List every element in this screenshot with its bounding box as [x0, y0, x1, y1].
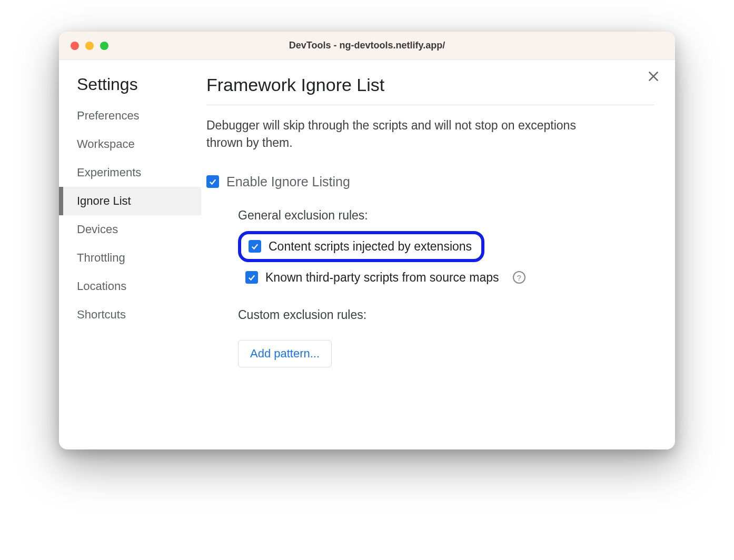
sidebar-item-label: Preferences	[77, 109, 140, 122]
window-title: DevTools - ng-devtools.netlify.app/	[59, 40, 675, 51]
settings-sidebar: Settings Preferences Workspace Experimen…	[59, 60, 201, 449]
panel-description: Debugger will skip through the scripts a…	[206, 117, 586, 152]
enable-ignore-listing-row: Enable Ignore Listing	[206, 174, 654, 189]
close-icon	[647, 69, 660, 83]
panel-title: Framework Ignore List	[206, 75, 654, 105]
sidebar-item-label: Shortcuts	[77, 308, 126, 321]
window-maximize-button[interactable]	[100, 42, 108, 50]
check-icon	[208, 177, 217, 186]
sidebar-item-devices[interactable]: Devices	[59, 215, 201, 244]
custom-rules-section: Custom exclusion rules: Add pattern...	[206, 308, 654, 367]
window-titlebar: DevTools - ng-devtools.netlify.app/	[59, 32, 675, 60]
sidebar-item-preferences[interactable]: Preferences	[59, 102, 201, 130]
sidebar-item-label: Workspace	[77, 137, 135, 151]
content-scripts-label: Content scripts injected by extensions	[269, 239, 472, 254]
sidebar-item-label: Throttling	[77, 251, 125, 264]
sidebar-item-experiments[interactable]: Experiments	[59, 158, 201, 187]
custom-rules-heading: Custom exclusion rules:	[206, 308, 654, 322]
content-scripts-rule-highlight: Content scripts injected by extensions	[238, 231, 484, 262]
devtools-settings-window: DevTools - ng-devtools.netlify.app/ Sett…	[59, 32, 675, 449]
third-party-label: Known third-party scripts from source ma…	[265, 271, 499, 285]
sidebar-item-label: Ignore List	[77, 194, 131, 207]
check-icon	[250, 242, 260, 251]
sidebar-item-throttling[interactable]: Throttling	[59, 244, 201, 272]
settings-content: Settings Preferences Workspace Experimen…	[59, 60, 675, 449]
general-rules-heading: General exclusion rules:	[206, 208, 654, 223]
general-rules-group: Content scripts injected by extensions	[238, 231, 654, 271]
settings-main-panel: Framework Ignore List Debugger will skip…	[201, 60, 675, 449]
third-party-rule-row: Known third-party scripts from source ma…	[245, 271, 654, 285]
settings-heading: Settings	[59, 75, 201, 102]
sidebar-item-label: Locations	[77, 279, 126, 293]
third-party-checkbox[interactable]	[245, 271, 258, 284]
help-icon[interactable]: ?	[513, 271, 525, 284]
enable-ignore-listing-checkbox[interactable]	[206, 175, 219, 188]
enable-ignore-listing-label: Enable Ignore Listing	[226, 174, 350, 189]
add-pattern-button[interactable]: Add pattern...	[238, 340, 332, 367]
sidebar-item-workspace[interactable]: Workspace	[59, 130, 201, 158]
sidebar-item-label: Experiments	[77, 166, 141, 179]
window-minimize-button[interactable]	[85, 42, 94, 50]
window-close-button[interactable]	[71, 42, 79, 50]
content-scripts-checkbox[interactable]	[249, 240, 261, 253]
sidebar-item-ignore-list[interactable]: Ignore List	[59, 187, 201, 215]
sidebar-item-shortcuts[interactable]: Shortcuts	[59, 301, 201, 329]
traffic-lights	[59, 42, 108, 50]
sidebar-item-locations[interactable]: Locations	[59, 272, 201, 301]
close-settings-button[interactable]	[647, 69, 660, 85]
sidebar-item-label: Devices	[77, 223, 118, 236]
check-icon	[247, 273, 256, 282]
